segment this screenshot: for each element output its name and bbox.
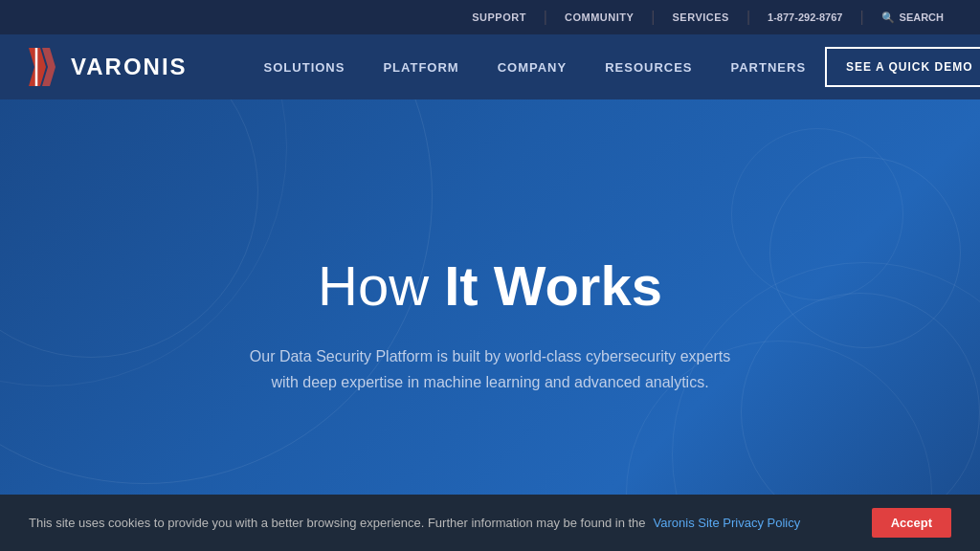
hero-subtitle-line2: with deep expertise in machine learning …: [271, 374, 708, 390]
phone-number[interactable]: 1-877-292-8767: [750, 11, 859, 23]
nav-solutions[interactable]: SOLUTIONS: [245, 34, 365, 99]
cookie-banner: This site uses cookies to provide you wi…: [0, 495, 980, 551]
hero-title-normal: How: [318, 254, 444, 317]
nav-links: SOLUTIONS PLATFORM COMPANY RESOURCES PAR…: [245, 34, 825, 99]
nav-partners[interactable]: PARTNERS: [712, 34, 826, 99]
decorative-arc-1: [0, 99, 287, 386]
main-navigation: VARONIS SOLUTIONS PLATFORM COMPANY RESOU…: [0, 34, 980, 99]
top-utility-bar: SUPPORT | COMMUNITY | SERVICES | 1-877-2…: [0, 0, 980, 34]
cta-demo-button[interactable]: SEE A QUICK DEMO: [825, 47, 980, 87]
services-link[interactable]: SERVICES: [656, 11, 746, 23]
nav-platform[interactable]: PLATFORM: [364, 34, 478, 99]
decorative-arc-3: [769, 157, 961, 348]
community-link[interactable]: COMMUNITY: [547, 11, 651, 23]
hero-title: How It Works: [250, 255, 730, 317]
hero-section: How It Works Our Data Security Platform …: [0, 99, 980, 551]
search-label: SEARCH: [900, 11, 944, 23]
hero-subtitle-line1: Our Data Security Platform is built by w…: [250, 348, 730, 364]
logo-text: VARONIS: [71, 54, 188, 80]
cookie-message: This site uses cookies to provide you wi…: [29, 516, 646, 530]
logo[interactable]: VARONIS: [29, 48, 188, 86]
logo-icon: [29, 48, 63, 86]
privacy-policy-link[interactable]: Varonis Site Privacy Policy: [654, 516, 801, 530]
cookie-accept-button[interactable]: Accept: [872, 508, 951, 538]
nav-company[interactable]: COMPANY: [479, 34, 586, 99]
search-button[interactable]: 🔍 SEARCH: [864, 11, 961, 24]
nav-resources[interactable]: RESOURCES: [586, 34, 711, 99]
search-icon: 🔍: [881, 11, 895, 24]
hero-subtitle: Our Data Security Platform is built by w…: [250, 343, 730, 395]
support-link[interactable]: SUPPORT: [455, 11, 544, 23]
hero-title-bold: It Works: [444, 254, 662, 317]
hero-content: How It Works Our Data Security Platform …: [250, 255, 730, 395]
